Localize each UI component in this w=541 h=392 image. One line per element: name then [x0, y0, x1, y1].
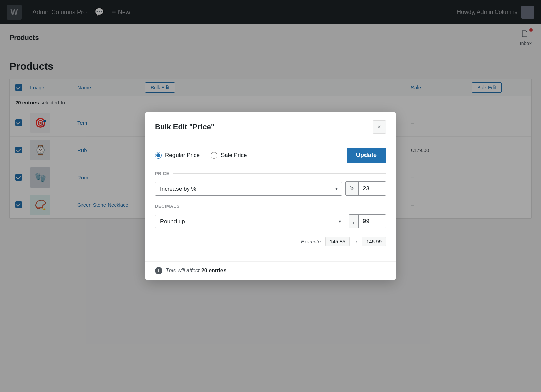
price-section-divider: PRICE	[155, 171, 386, 176]
arrow-icon: →	[353, 239, 358, 245]
update-button[interactable]: Update	[347, 148, 386, 163]
modal-body: Regular Price Sale Price Update PRICE I	[145, 141, 396, 261]
example-row: Example: 145.85 → 145.99	[155, 237, 386, 246]
decimals-operation-select-wrap: Round up Round down Round No rounding ▾	[155, 215, 345, 228]
modal-overlay[interactable]: Bulk Edit "Price" × Regular Price Sale P…	[0, 0, 541, 392]
price-operation-select[interactable]: Increase by % Decrease by % Set to Incre…	[155, 182, 342, 196]
regular-price-option[interactable]: Regular Price	[155, 152, 200, 159]
bulk-edit-modal: Bulk Edit "Price" × Regular Price Sale P…	[145, 112, 396, 280]
decimals-operation-select[interactable]: Round up Round down Round No rounding	[155, 215, 345, 228]
price-prefix: %	[346, 182, 359, 195]
price-value-input[interactable]	[359, 182, 386, 195]
price-section-line	[173, 173, 386, 174]
example-to: 145.99	[362, 237, 386, 246]
decimals-section-label: DECIMALS	[155, 204, 180, 209]
example-label: Example:	[301, 239, 322, 244]
decimals-input-row: Round up Round down Round No rounding ▾ …	[155, 214, 386, 228]
price-operation-select-wrap: Increase by % Decrease by % Set to Incre…	[155, 182, 342, 196]
modal-close-button[interactable]: ×	[373, 120, 386, 134]
regular-price-radio[interactable]	[155, 152, 162, 159]
modal-footer: i This will affect 20 entries	[145, 261, 396, 280]
price-section-label: PRICE	[155, 171, 169, 176]
info-icon: i	[155, 267, 162, 274]
sale-price-radio[interactable]	[211, 152, 217, 159]
decimals-section-divider: DECIMALS	[155, 204, 386, 209]
affect-text: This will affect 20 entries	[166, 268, 227, 274]
decimals-prefix: ,	[349, 215, 359, 228]
decimals-section-line	[184, 206, 386, 206]
price-type-options: Regular Price Sale Price	[155, 152, 247, 159]
example-from: 145.85	[325, 237, 350, 246]
radio-group: Regular Price Sale Price Update	[155, 148, 386, 163]
decimals-value-input[interactable]	[359, 215, 386, 228]
decimals-value-wrap: ,	[349, 214, 386, 228]
modal-header: Bulk Edit "Price" ×	[145, 112, 396, 141]
sale-price-option[interactable]: Sale Price	[211, 152, 247, 159]
modal-title: Bulk Edit "Price"	[155, 123, 214, 131]
price-value-wrap: %	[345, 181, 386, 196]
price-input-row: Increase by % Decrease by % Set to Incre…	[155, 181, 386, 196]
